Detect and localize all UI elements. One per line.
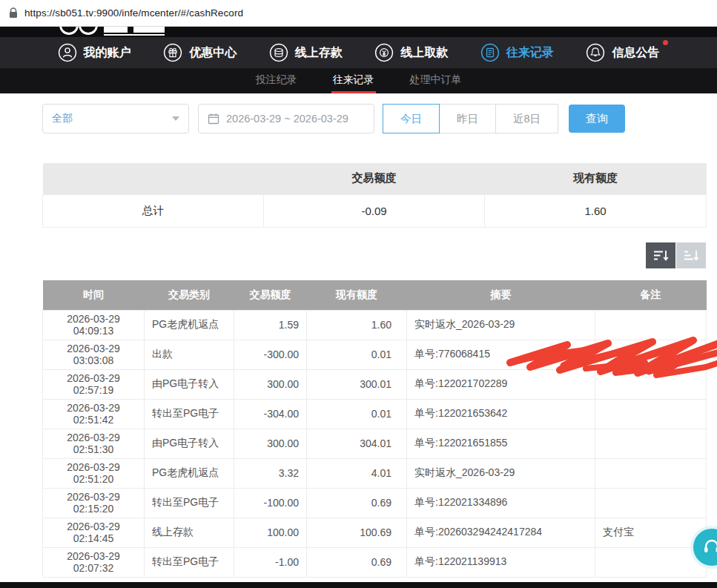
- table-cell: 0.01: [307, 399, 407, 429]
- table-cell: 线上存款: [145, 518, 234, 547]
- table-cell: PG老虎机返点: [145, 458, 234, 488]
- table-cell: 2026-03-29 02:07:32: [43, 547, 145, 577]
- bell-icon: [586, 43, 605, 62]
- chevron-down-icon: [172, 116, 179, 121]
- screen: https://sb051.tv:9900/infe/mcenter/#/cas…: [0, 0, 717, 588]
- table-cell: 2026-03-29 02:51:30: [43, 429, 145, 458]
- column-header: 现有额度: [307, 280, 407, 310]
- quick-range-button[interactable]: 近8日: [495, 104, 558, 133]
- date-range-value: 2026-03-29 ~ 2026-03-29: [226, 113, 348, 125]
- sort-controls: [646, 242, 706, 268]
- table-cell: -100.00: [234, 488, 307, 518]
- quick-range-button[interactable]: 今日: [383, 104, 440, 133]
- quick-range-group: 今日昨日近8日: [383, 104, 558, 133]
- table-cell: 单号:202603294242417284: [407, 518, 595, 547]
- column-header: 时间: [43, 280, 145, 310]
- lock-icon: [9, 7, 18, 19]
- summary-amount-value: -0.09: [264, 194, 485, 227]
- url-text[interactable]: https://sb051.tv:9900/infe/mcenter/#/cas…: [24, 7, 243, 19]
- logo-text-block: [104, 27, 128, 33]
- table-cell: 0.69: [307, 488, 407, 518]
- table-cell: 1.59: [234, 310, 307, 340]
- table-cell: 由PG电子转入: [145, 429, 234, 458]
- table-cell: 出款: [145, 340, 234, 369]
- nav-item[interactable]: 线上存款: [269, 43, 343, 62]
- table-cell: [595, 310, 707, 340]
- table-cell: 300.01: [307, 369, 407, 399]
- site-logo: [0, 27, 717, 37]
- content-area: 全部 2026-03-29 ~ 2026-03-29 今日昨日近8日 查询 交易…: [0, 93, 717, 582]
- query-button[interactable]: 查询: [569, 105, 625, 133]
- records-header-row: 时间交易类别交易额度现有额度摘要备注: [43, 280, 707, 310]
- table-cell: [595, 399, 707, 429]
- table-cell: 2026-03-29 02:14:45: [43, 518, 145, 547]
- table-cell: 300.00: [234, 369, 307, 399]
- record-type-select[interactable]: 全部: [42, 104, 189, 133]
- table-cell: [595, 547, 707, 577]
- table-cell: 2026-03-29 02:51:42: [43, 399, 145, 429]
- table-cell: [595, 429, 707, 458]
- table-cell: 单号:122021651855: [407, 429, 595, 458]
- table-row: 2026-03-29 02:15:20转出至PG电子-100.000.69单号:…: [43, 488, 707, 518]
- nav-item-label: 优惠中心: [189, 45, 237, 61]
- logo-circle: [59, 27, 79, 35]
- table-row: 2026-03-29 02:57:19由PG电子转入300.00300.01单号…: [43, 369, 707, 399]
- sub-tab[interactable]: 往来记录: [331, 68, 376, 93]
- sub-tab[interactable]: 投注纪录: [254, 68, 299, 93]
- table-row: 2026-03-29 02:07:32转出至PG电子-1.000.69单号:12…: [43, 547, 707, 577]
- records-icon: [480, 43, 500, 62]
- column-header: 摘要: [407, 280, 595, 310]
- calendar-icon: [208, 113, 219, 125]
- summary-total-row: 总计 -0.09 1.60: [43, 194, 707, 227]
- table-cell: 100.69: [307, 518, 407, 547]
- table-cell: 由PG电子转入: [145, 369, 234, 399]
- record-type-value: 全部: [52, 112, 73, 125]
- nav-item[interactable]: 线上取款: [374, 43, 448, 62]
- table-cell: 2026-03-29 04:09:13: [43, 310, 145, 340]
- table-row: 2026-03-29 02:51:42转出至PG电子-304.000.01单号:…: [43, 399, 707, 429]
- sort-descending-icon: [652, 249, 669, 262]
- nav-item[interactable]: 信息公告: [586, 43, 659, 62]
- browser-address-bar[interactable]: https://sb051.tv:9900/infe/mcenter/#/cas…: [0, 0, 717, 27]
- sort-descending-button[interactable]: [646, 242, 675, 268]
- bottom-bar: [0, 582, 717, 588]
- table-cell: 304.01: [307, 429, 407, 458]
- table-cell: 转出至PG电子: [145, 488, 234, 518]
- column-header: 交易额度: [234, 280, 307, 310]
- table-cell: -304.00: [234, 399, 307, 429]
- nav-item[interactable]: 往来记录: [480, 43, 554, 62]
- summary-header-row: 交易额度 现有额度: [43, 163, 707, 194]
- table-cell: 单号:122021334896: [407, 488, 595, 518]
- table-cell: 0.01: [307, 340, 407, 369]
- sub-tab[interactable]: 处理中订单: [409, 68, 463, 93]
- table-cell: 单号:122021702289: [407, 369, 595, 399]
- main-nav: 我的账户优惠中心线上存款线上取款往来记录信息公告: [0, 37, 717, 68]
- table-row: 2026-03-29 02:14:45线上存款100.00100.69单号:20…: [43, 518, 707, 547]
- table-cell: 实时返水_2026-03-29: [407, 310, 595, 340]
- summary-table: 交易额度 现有额度 总计 -0.09 1.60: [42, 163, 707, 228]
- column-header: 备注: [595, 280, 707, 310]
- summary-header-balance: 现有额度: [485, 163, 707, 194]
- summary-header-amount: 交易额度: [264, 163, 485, 194]
- table-cell: [595, 369, 707, 399]
- logo-text-block: [133, 27, 165, 33]
- nav-item-label: 信息公告: [612, 45, 659, 61]
- notification-dot-icon: [663, 40, 668, 45]
- table-cell: 3.32: [234, 458, 307, 488]
- nav-item-label: 线上取款: [400, 45, 448, 61]
- sort-ascending-button[interactable]: [676, 242, 706, 268]
- table-cell: 100.00: [234, 518, 307, 547]
- deposit-icon: [269, 43, 288, 62]
- table-cell: 4.01: [307, 458, 407, 488]
- table-cell: PG老虎机返点: [145, 310, 234, 340]
- summary-total-label: 总计: [43, 194, 264, 227]
- quick-range-button[interactable]: 昨日: [439, 104, 496, 133]
- nav-item-label: 线上存款: [295, 45, 343, 61]
- date-range-input[interactable]: 2026-03-29 ~ 2026-03-29: [198, 104, 374, 133]
- table-cell: 实时返水_2026-03-29: [407, 458, 595, 488]
- records-table: 时间交易类别交易额度现有额度摘要备注 2026-03-29 04:09:13PG…: [42, 280, 707, 578]
- table-cell: [595, 458, 707, 488]
- summary-balance-value: 1.60: [485, 194, 707, 227]
- nav-item[interactable]: 我的账户: [58, 43, 131, 62]
- nav-item[interactable]: 优惠中心: [163, 43, 237, 62]
